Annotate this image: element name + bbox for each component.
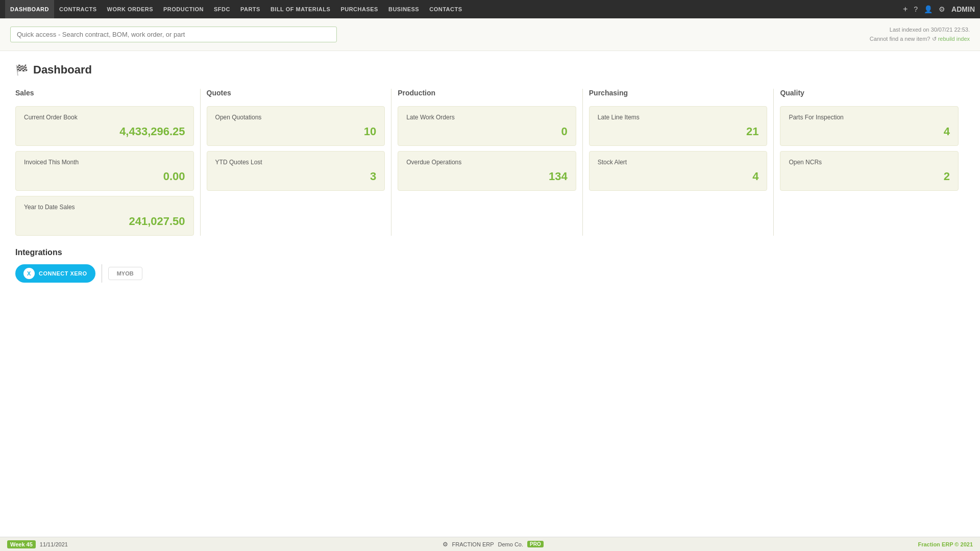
card-label: Year to Date Sales bbox=[24, 204, 185, 211]
quotes-cards: Open Quotations 10 YTD Quotes Lost 3 bbox=[207, 106, 385, 191]
section-purchasing-title: Purchasing bbox=[589, 89, 768, 100]
section-quality: Quality Parts For Inspection 4 Open NCRs… bbox=[774, 89, 965, 236]
dashboard-title: 🏁 Dashboard bbox=[15, 63, 965, 77]
settings-icon[interactable]: ⚙ bbox=[939, 5, 945, 13]
integrations-divider bbox=[102, 264, 102, 283]
integrations-title: Integrations bbox=[15, 248, 965, 257]
integrations-row: X CONNECT XERO MYOB bbox=[15, 264, 965, 283]
card-label: Open NCRs bbox=[789, 159, 950, 166]
dashboard-heading: Dashboard bbox=[33, 63, 92, 77]
section-purchasing: Purchasing Late Line Items 21 Stock Aler… bbox=[583, 89, 774, 236]
nav-bill-of-materials[interactable]: BILL OF MATERIALS bbox=[265, 0, 335, 18]
xero-label: CONNECT XERO bbox=[39, 270, 87, 277]
main-content: 🏁 Dashboard Sales Current Order Book 4,4… bbox=[0, 51, 980, 295]
card-value: 4 bbox=[598, 170, 759, 183]
nav-sfdc[interactable]: SFDC bbox=[209, 0, 235, 18]
search-bar-section: Last indexed on 30/07/21 22:53. Cannot f… bbox=[0, 18, 980, 51]
card-late-line-items[interactable]: Late Line Items 21 bbox=[589, 106, 768, 146]
card-overdue-operations[interactable]: Overdue Operations 134 bbox=[398, 151, 576, 191]
card-label: YTD Quotes Lost bbox=[215, 159, 377, 166]
search-input[interactable] bbox=[10, 27, 337, 42]
dashboard-sections: Sales Current Order Book 4,433,296.25 In… bbox=[15, 89, 965, 236]
card-label: Stock Alert bbox=[598, 159, 759, 166]
sales-cards: Current Order Book 4,433,296.25 Invoiced… bbox=[15, 106, 194, 236]
card-label: Invoiced This Month bbox=[24, 159, 185, 166]
card-stock-alert[interactable]: Stock Alert 4 bbox=[589, 151, 768, 191]
help-icon[interactable]: ? bbox=[914, 5, 918, 13]
section-quality-title: Quality bbox=[780, 89, 959, 100]
card-value: 2 bbox=[789, 170, 950, 183]
section-quotes: Quotes Open Quotations 10 YTD Quotes Los… bbox=[201, 89, 392, 236]
section-production: Production Late Work Orders 0 Overdue Op… bbox=[391, 89, 583, 236]
card-label: Parts For Inspection bbox=[789, 114, 950, 121]
nav-parts[interactable]: PARTS bbox=[235, 0, 265, 18]
card-current-order-book[interactable]: Current Order Book 4,433,296.25 bbox=[15, 106, 194, 146]
section-sales: Sales Current Order Book 4,433,296.25 In… bbox=[15, 89, 201, 236]
card-parts-for-inspection[interactable]: Parts For Inspection 4 bbox=[780, 106, 959, 146]
nav-contacts[interactable]: CONTACTS bbox=[424, 0, 467, 18]
myob-button[interactable]: MYOB bbox=[108, 267, 142, 280]
card-value: 134 bbox=[406, 170, 568, 183]
card-value: 0.00 bbox=[24, 170, 185, 183]
production-cards: Late Work Orders 0 Overdue Operations 13… bbox=[398, 106, 576, 191]
quality-cards: Parts For Inspection 4 Open NCRs 2 bbox=[780, 106, 959, 191]
card-invoiced-this-month[interactable]: Invoiced This Month 0.00 bbox=[15, 151, 194, 191]
nav-work-orders[interactable]: WORK ORDERS bbox=[102, 0, 158, 18]
section-quotes-title: Quotes bbox=[207, 89, 385, 100]
integrations-section: Integrations X CONNECT XERO MYOB bbox=[15, 248, 965, 283]
index-info: Last indexed on 30/07/21 22:53. Cannot f… bbox=[870, 26, 970, 43]
card-ytd-sales[interactable]: Year to Date Sales 241,027.50 bbox=[15, 196, 194, 236]
card-value: 4,433,296.25 bbox=[24, 125, 185, 138]
card-late-work-orders[interactable]: Late Work Orders 0 bbox=[398, 106, 576, 146]
card-label: Late Work Orders bbox=[406, 114, 568, 121]
index-missing-text: Cannot find a new item? bbox=[870, 36, 930, 42]
card-open-ncrs[interactable]: Open NCRs 2 bbox=[780, 151, 959, 191]
card-open-quotations[interactable]: Open Quotations 10 bbox=[207, 106, 385, 146]
nav-production[interactable]: PRODUCTION bbox=[158, 0, 209, 18]
nav-actions-right: + ? 👤 ⚙ ADMIN bbox=[903, 5, 975, 14]
card-value: 241,027.50 bbox=[24, 215, 185, 228]
card-label: Overdue Operations bbox=[406, 159, 568, 166]
nav-dashboard[interactable]: DASHBOARD bbox=[5, 0, 54, 18]
card-label: Current Order Book bbox=[24, 114, 185, 121]
myob-label: MYOB bbox=[117, 270, 134, 277]
dashboard-icon: 🏁 bbox=[15, 64, 28, 76]
purchasing-cards: Late Line Items 21 Stock Alert 4 bbox=[589, 106, 768, 191]
top-navigation: DASHBOARD CONTRACTS WORK ORDERS PRODUCTI… bbox=[0, 0, 980, 18]
card-value: 0 bbox=[406, 125, 568, 138]
add-icon[interactable]: + bbox=[903, 5, 908, 14]
nav-items-left: DASHBOARD CONTRACTS WORK ORDERS PRODUCTI… bbox=[5, 0, 903, 18]
connect-xero-button[interactable]: X CONNECT XERO bbox=[15, 264, 95, 283]
xero-logo: X bbox=[23, 268, 35, 279]
rebuild-index-link[interactable]: rebuild index bbox=[938, 36, 970, 42]
admin-label[interactable]: ADMIN bbox=[951, 5, 975, 13]
card-ytd-quotes-lost[interactable]: YTD Quotes Lost 3 bbox=[207, 151, 385, 191]
card-label: Open Quotations bbox=[215, 114, 377, 121]
card-value: 4 bbox=[789, 125, 950, 138]
card-value: 21 bbox=[598, 125, 759, 138]
user-icon[interactable]: 👤 bbox=[924, 5, 933, 13]
card-value: 10 bbox=[215, 125, 377, 138]
section-production-title: Production bbox=[398, 89, 576, 100]
nav-purchases[interactable]: PURCHASES bbox=[335, 0, 383, 18]
card-value: 3 bbox=[215, 170, 377, 183]
nav-contracts[interactable]: CONTRACTS bbox=[54, 0, 102, 18]
index-date: Last indexed on 30/07/21 22:53. bbox=[890, 27, 970, 33]
card-label: Late Line Items bbox=[598, 114, 759, 121]
section-sales-title: Sales bbox=[15, 89, 194, 100]
nav-business[interactable]: BUSINESS bbox=[383, 0, 424, 18]
